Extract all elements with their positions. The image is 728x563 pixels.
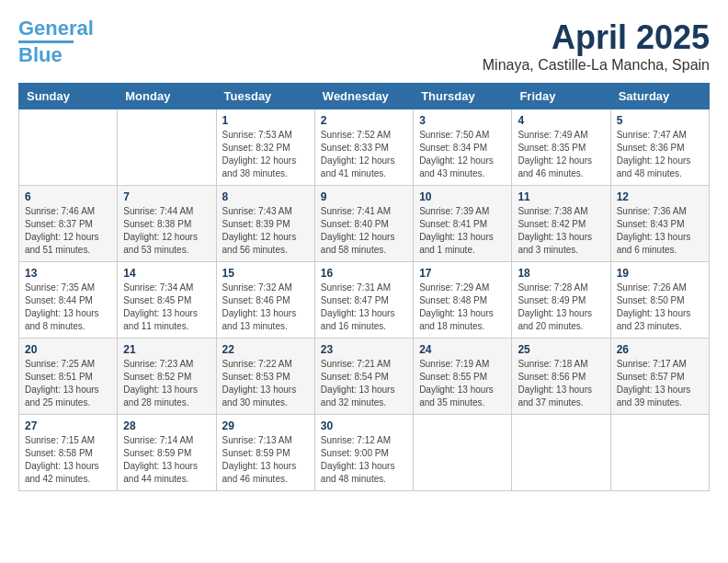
day-number: 14 xyxy=(123,267,210,280)
calendar-body: 1Sunrise: 7:53 AM Sunset: 8:32 PM Daylig… xyxy=(19,109,710,491)
calendar-cell: 22Sunrise: 7:22 AM Sunset: 8:53 PM Dayli… xyxy=(216,339,314,415)
day-detail: Sunrise: 7:35 AM Sunset: 8:44 PM Dayligh… xyxy=(25,282,111,333)
day-number: 15 xyxy=(222,267,309,280)
calendar-week-row: 27Sunrise: 7:15 AM Sunset: 8:58 PM Dayli… xyxy=(19,415,710,491)
day-number: 26 xyxy=(617,343,703,356)
calendar-cell: 28Sunrise: 7:14 AM Sunset: 8:59 PM Dayli… xyxy=(118,415,216,491)
day-number: 25 xyxy=(518,343,604,356)
day-number: 27 xyxy=(25,419,111,432)
day-number: 29 xyxy=(222,419,309,432)
day-detail: Sunrise: 7:46 AM Sunset: 8:37 PM Dayligh… xyxy=(25,205,111,257)
calendar-cell: 21Sunrise: 7:23 AM Sunset: 8:52 PM Dayli… xyxy=(118,339,216,415)
calendar-cell: 26Sunrise: 7:17 AM Sunset: 8:57 PM Dayli… xyxy=(610,339,709,415)
day-number: 8 xyxy=(222,190,309,203)
calendar-cell: 17Sunrise: 7:29 AM Sunset: 8:48 PM Dayli… xyxy=(414,262,512,339)
day-number: 4 xyxy=(518,114,604,127)
logo-general: General xyxy=(18,17,94,40)
day-detail: Sunrise: 7:29 AM Sunset: 8:48 PM Dayligh… xyxy=(419,282,506,333)
day-number: 6 xyxy=(25,190,111,203)
day-detail: Sunrise: 7:34 AM Sunset: 8:45 PM Dayligh… xyxy=(123,282,210,333)
day-number: 22 xyxy=(222,343,309,356)
day-detail: Sunrise: 7:25 AM Sunset: 8:51 PM Dayligh… xyxy=(25,358,111,409)
day-number: 11 xyxy=(518,190,604,203)
day-detail: Sunrise: 7:13 AM Sunset: 8:59 PM Dayligh… xyxy=(222,434,309,486)
calendar-week-row: 6Sunrise: 7:46 AM Sunset: 8:37 PM Daylig… xyxy=(19,186,710,262)
day-of-week-header: Monday xyxy=(118,84,216,109)
day-of-week-header: Wednesday xyxy=(314,84,413,109)
day-number: 19 xyxy=(617,267,703,280)
day-of-week-header: Saturday xyxy=(610,84,709,109)
calendar-table: SundayMondayTuesdayWednesdayThursdayFrid… xyxy=(18,83,710,491)
calendar-cell xyxy=(19,109,118,186)
day-detail: Sunrise: 7:53 AM Sunset: 8:32 PM Dayligh… xyxy=(222,129,309,180)
calendar-cell: 27Sunrise: 7:15 AM Sunset: 8:58 PM Dayli… xyxy=(19,415,118,491)
calendar-cell: 13Sunrise: 7:35 AM Sunset: 8:44 PM Dayli… xyxy=(19,262,118,339)
day-detail: Sunrise: 7:14 AM Sunset: 8:59 PM Dayligh… xyxy=(123,434,210,486)
day-detail: Sunrise: 7:52 AM Sunset: 8:33 PM Dayligh… xyxy=(321,129,407,180)
day-number: 10 xyxy=(419,190,506,203)
calendar-cell: 9Sunrise: 7:41 AM Sunset: 8:40 PM Daylig… xyxy=(314,186,413,262)
day-detail: Sunrise: 7:19 AM Sunset: 8:55 PM Dayligh… xyxy=(419,358,506,409)
day-detail: Sunrise: 7:18 AM Sunset: 8:56 PM Dayligh… xyxy=(518,358,604,409)
calendar-cell: 6Sunrise: 7:46 AM Sunset: 8:37 PM Daylig… xyxy=(19,186,118,262)
calendar-cell: 15Sunrise: 7:32 AM Sunset: 8:46 PM Dayli… xyxy=(216,262,314,339)
day-number: 20 xyxy=(25,343,111,356)
calendar-cell xyxy=(610,415,709,491)
day-number: 9 xyxy=(321,190,407,203)
day-detail: Sunrise: 7:26 AM Sunset: 8:50 PM Dayligh… xyxy=(617,282,703,333)
calendar-cell: 29Sunrise: 7:13 AM Sunset: 8:59 PM Dayli… xyxy=(216,415,314,491)
page-header: General Blue April 2025 Minaya, Castille… xyxy=(18,18,710,74)
day-of-week-header: Sunday xyxy=(19,84,118,109)
calendar-cell: 7Sunrise: 7:44 AM Sunset: 8:38 PM Daylig… xyxy=(118,186,216,262)
calendar-cell: 1Sunrise: 7:53 AM Sunset: 8:32 PM Daylig… xyxy=(216,109,314,186)
day-number: 13 xyxy=(25,267,111,280)
day-detail: Sunrise: 7:50 AM Sunset: 8:34 PM Dayligh… xyxy=(419,129,506,180)
calendar-cell: 19Sunrise: 7:26 AM Sunset: 8:50 PM Dayli… xyxy=(610,262,709,339)
calendar-cell: 20Sunrise: 7:25 AM Sunset: 8:51 PM Dayli… xyxy=(19,339,118,415)
calendar-cell xyxy=(118,109,216,186)
day-detail: Sunrise: 7:44 AM Sunset: 8:38 PM Dayligh… xyxy=(123,205,210,257)
day-detail: Sunrise: 7:36 AM Sunset: 8:43 PM Dayligh… xyxy=(617,205,703,257)
day-detail: Sunrise: 7:12 AM Sunset: 9:00 PM Dayligh… xyxy=(321,434,407,486)
calendar-cell: 10Sunrise: 7:39 AM Sunset: 8:41 PM Dayli… xyxy=(414,186,512,262)
calendar-cell: 3Sunrise: 7:50 AM Sunset: 8:34 PM Daylig… xyxy=(414,109,512,186)
day-number: 3 xyxy=(419,114,506,127)
calendar-cell: 8Sunrise: 7:43 AM Sunset: 8:39 PM Daylig… xyxy=(216,186,314,262)
day-detail: Sunrise: 7:43 AM Sunset: 8:39 PM Dayligh… xyxy=(222,205,309,257)
calendar-cell xyxy=(512,415,610,491)
day-detail: Sunrise: 7:41 AM Sunset: 8:40 PM Dayligh… xyxy=(321,205,407,257)
day-number: 2 xyxy=(321,114,407,127)
day-detail: Sunrise: 7:15 AM Sunset: 8:58 PM Dayligh… xyxy=(25,434,111,486)
calendar-cell: 5Sunrise: 7:47 AM Sunset: 8:36 PM Daylig… xyxy=(610,109,709,186)
day-detail: Sunrise: 7:23 AM Sunset: 8:52 PM Dayligh… xyxy=(123,358,210,409)
day-number: 30 xyxy=(321,419,407,432)
calendar-cell: 25Sunrise: 7:18 AM Sunset: 8:56 PM Dayli… xyxy=(512,339,610,415)
day-detail: Sunrise: 7:32 AM Sunset: 8:46 PM Dayligh… xyxy=(222,282,309,333)
calendar-cell xyxy=(414,415,512,491)
day-number: 24 xyxy=(419,343,506,356)
day-number: 17 xyxy=(419,267,506,280)
day-of-week-header: Tuesday xyxy=(216,84,314,109)
calendar-week-row: 1Sunrise: 7:53 AM Sunset: 8:32 PM Daylig… xyxy=(19,109,710,186)
day-detail: Sunrise: 7:39 AM Sunset: 8:41 PM Dayligh… xyxy=(419,205,506,257)
day-number: 1 xyxy=(222,114,309,127)
logo: General Blue xyxy=(18,18,94,67)
day-number: 21 xyxy=(123,343,210,356)
day-number: 7 xyxy=(123,190,210,203)
day-detail: Sunrise: 7:22 AM Sunset: 8:53 PM Dayligh… xyxy=(222,358,309,409)
calendar-cell: 24Sunrise: 7:19 AM Sunset: 8:55 PM Dayli… xyxy=(414,339,512,415)
title-area: April 2025 Minaya, Castille-La Mancha, S… xyxy=(483,18,710,74)
calendar-week-row: 20Sunrise: 7:25 AM Sunset: 8:51 PM Dayli… xyxy=(19,339,710,415)
calendar-week-row: 13Sunrise: 7:35 AM Sunset: 8:44 PM Dayli… xyxy=(19,262,710,339)
calendar-cell: 23Sunrise: 7:21 AM Sunset: 8:54 PM Dayli… xyxy=(314,339,413,415)
day-number: 18 xyxy=(518,267,604,280)
calendar-cell: 12Sunrise: 7:36 AM Sunset: 8:43 PM Dayli… xyxy=(610,186,709,262)
day-number: 16 xyxy=(321,267,407,280)
calendar-cell: 11Sunrise: 7:38 AM Sunset: 8:42 PM Dayli… xyxy=(512,186,610,262)
day-of-week-header: Friday xyxy=(512,84,610,109)
day-detail: Sunrise: 7:47 AM Sunset: 8:36 PM Dayligh… xyxy=(617,129,703,180)
day-of-week-header: Thursday xyxy=(414,84,512,109)
calendar-cell: 2Sunrise: 7:52 AM Sunset: 8:33 PM Daylig… xyxy=(314,109,413,186)
day-detail: Sunrise: 7:21 AM Sunset: 8:54 PM Dayligh… xyxy=(321,358,407,409)
day-number: 28 xyxy=(123,419,210,432)
